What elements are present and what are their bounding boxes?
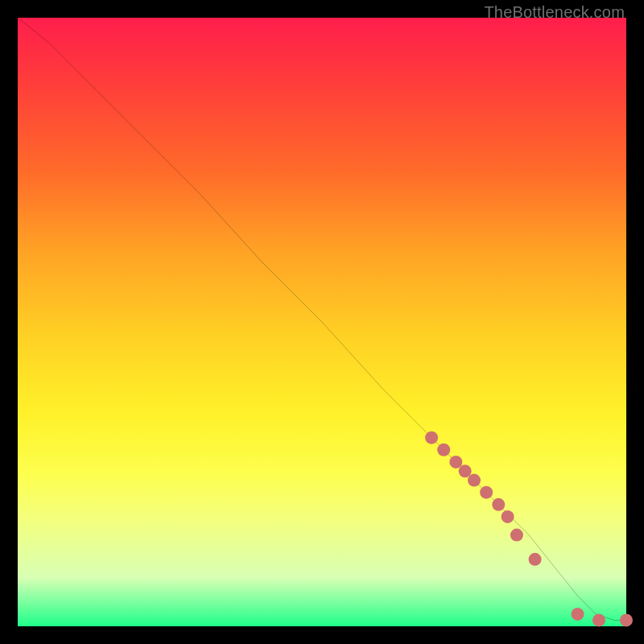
data-point (425, 431, 438, 444)
chart-svg (18, 18, 626, 626)
data-point (510, 529, 523, 542)
plot-area (18, 18, 626, 626)
marker-layer (425, 431, 633, 627)
watermark-text: TheBottleneck.com (484, 3, 625, 22)
data-point (437, 444, 450, 456)
data-point (459, 464, 472, 477)
data-point (502, 510, 514, 523)
chart-stage: TheBottleneck.com (0, 0, 644, 644)
data-point (449, 456, 462, 469)
data-point (480, 486, 493, 499)
data-point (529, 553, 542, 566)
data-point (492, 498, 505, 511)
data-point (592, 613, 605, 626)
data-point (572, 608, 584, 621)
main-curve (18, 18, 626, 620)
data-point (620, 613, 633, 626)
data-point (468, 474, 481, 487)
curve-layer (18, 18, 626, 620)
